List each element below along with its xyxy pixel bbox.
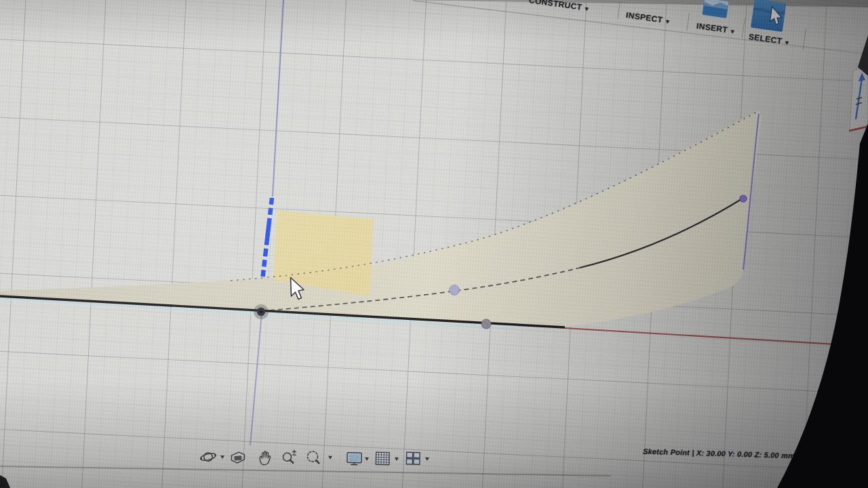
sketch-point-on-spline[interactable] — [450, 285, 460, 296]
pan-icon[interactable] — [256, 449, 275, 467]
sketch-point-on-line[interactable] — [481, 319, 491, 329]
cad-canvas[interactable] — [0, 0, 868, 488]
grid-display-icon[interactable] — [374, 449, 392, 468]
clipped-annotation — [849, 67, 868, 131]
select-cursor-icon[interactable] — [751, 0, 787, 32]
construction-centerline-upper[interactable] — [273, 0, 283, 197]
display-settings-icon[interactable] — [345, 449, 363, 468]
zoom-window-dropdown-caret[interactable] — [328, 456, 332, 460]
orbit-icon[interactable] — [199, 447, 218, 466]
loft-surface[interactable] — [0, 110, 762, 327]
viewports-dropdown-caret[interactable] — [425, 458, 429, 461]
origin-point[interactable] — [254, 304, 269, 319]
construction-centerline-lower[interactable] — [250, 313, 262, 445]
look-at-icon[interactable] — [229, 449, 248, 467]
display-settings-dropdown-caret[interactable] — [365, 458, 369, 461]
spline-endpoint[interactable] — [740, 195, 747, 202]
navigation-bar — [190, 441, 448, 476]
orbit-dropdown-caret[interactable] — [220, 455, 224, 459]
zoom-icon[interactable] — [280, 448, 298, 466]
viewports-icon[interactable] — [404, 449, 422, 468]
construction-centerline-selected[interactable] — [262, 198, 272, 280]
screen-photo: CONSTRUCT ▾ INSPECT ▾ INSERT ▾ SELECT ▾ — [0, 0, 868, 488]
zoom-window-icon[interactable] — [304, 448, 323, 466]
x-axis-line[interactable] — [565, 328, 846, 345]
grid-display-dropdown-caret[interactable] — [395, 458, 399, 461]
